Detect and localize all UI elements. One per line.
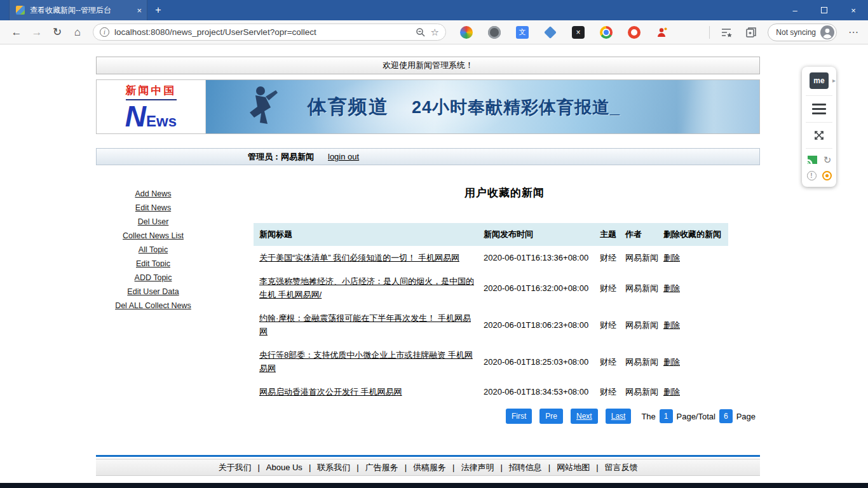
collections-icon[interactable] [743, 24, 759, 41]
welcome-text: 欢迎使用新闻管理系统！ [383, 60, 473, 71]
logo-text-cn: 新闻中国 [126, 83, 177, 100]
table-header-row: 新闻标题 新闻发布时间 主题 作者 删除收藏的新闻 [254, 223, 728, 246]
footer-link-contact[interactable]: 联系我们 [317, 462, 350, 473]
news-author: 网易新闻 [620, 246, 658, 269]
new-tab-button[interactable]: + [147, 0, 169, 20]
clock-extension-icon[interactable] [488, 26, 501, 39]
info-icon[interactable]: ! [807, 171, 817, 180]
footer-separator: | [405, 463, 407, 472]
page-container: 欢迎使用新闻管理系统！ 新闻中国 N Ews 体 [96, 44, 760, 476]
address-bar[interactable]: i localhost:8080/news_project/UserServle… [93, 24, 446, 41]
more-menu-icon[interactable]: ⋯ [845, 24, 862, 41]
footer-link-ads[interactable]: 广告服务 [365, 462, 398, 473]
pagination-next-button[interactable]: Next [571, 409, 598, 424]
sidebar-item-all-topic[interactable]: All Topic [139, 245, 168, 255]
sidebar-item-add-topic[interactable]: ADD Topic [135, 273, 172, 283]
menu-icon[interactable] [812, 102, 826, 116]
me-extension-button[interactable]: me [810, 72, 829, 89]
total-pages-badge: 6 [719, 409, 733, 423]
eye-icon[interactable] [822, 171, 832, 180]
forward-icon[interactable]: → [27, 23, 47, 42]
maximize-icon [821, 7, 827, 13]
panel-icon-row: ↻ [807, 155, 832, 165]
table-row: 央行等8部委：支持优质中小微企业上市或挂牌融资 手机网易网 2020-06-01… [254, 343, 728, 380]
news-author: 网易新闻 [620, 306, 658, 343]
minimize-button[interactable]: – [780, 0, 810, 20]
toolbar-separator [709, 26, 710, 39]
pagination-pre-button[interactable]: Pre [539, 409, 563, 424]
news-topic: 财经 [594, 246, 620, 269]
browser-tab[interactable]: 查看收藏新闻--管理后台 × [9, 0, 147, 20]
footer-link-sitemap[interactable]: 网站地图 [557, 462, 590, 473]
site-logo: 新闻中国 N Ews [97, 80, 206, 133]
sidebar-item-edit-user-data[interactable]: Edit User Data [127, 287, 179, 297]
url-text[interactable]: localhost:8080/news_project/UserServlet?… [114, 27, 410, 37]
tab-favicon [16, 6, 25, 15]
refresh-icon[interactable]: ↻ [47, 23, 67, 42]
footer-link-jobs[interactable]: 招聘信息 [509, 462, 542, 473]
news-title-link[interactable]: 央行等8部委：支持优质中小微企业上市或挂牌融资 手机网易网 [259, 350, 473, 373]
collapse-arrow-icon[interactable]: ▸ [832, 77, 836, 84]
news-author: 网易新闻 [620, 269, 658, 306]
back-icon[interactable]: ← [6, 23, 27, 42]
news-time: 2020-06-01T18:25:03+08:00 [478, 343, 594, 380]
athlete-silhouette-image [224, 83, 300, 133]
reading-list-icon[interactable] [718, 24, 735, 41]
tab-close-icon[interactable]: × [137, 6, 142, 15]
kite-extension-icon[interactable] [544, 26, 557, 39]
refresh-small-icon[interactable]: ↻ [824, 155, 832, 165]
sidebar-item-edit-topic[interactable]: Edit Topic [136, 259, 170, 269]
sidebar-item-add-news[interactable]: Add News [135, 189, 172, 199]
pagination-summary: The 1 Page/Total 6 Page [641, 409, 756, 423]
news-title-link[interactable]: 约翰·摩根：金融震荡很可能在下半年再次发生！ 手机网易网 [259, 313, 471, 336]
translate-extension-icon[interactable]: 文 [516, 26, 529, 39]
sidebar-item-collect-news-list[interactable]: Collect News List [123, 231, 184, 241]
news-title-link[interactable]: 李克强称赞地摊经济、小店经济：是人间的烟火，是中国的生机 手机网易网/ [259, 276, 474, 299]
site-info-icon[interactable]: i [100, 27, 109, 37]
footer-link-feedback[interactable]: 留言反馈 [605, 462, 638, 473]
panel-divider [806, 122, 832, 123]
extension-side-panel: me ▸ ↻ ! [802, 67, 836, 187]
resize-arrows-icon[interactable] [813, 129, 825, 142]
person-extension-icon[interactable] [656, 26, 668, 39]
sidebar-menu: Add News Edit News Del User Collect News… [96, 178, 210, 311]
chrome-extension-icon[interactable] [600, 26, 613, 39]
delete-link[interactable]: 删除 [663, 387, 680, 396]
panel-divider [806, 148, 832, 149]
footer-link-about-en[interactable]: Aboue Us [266, 463, 302, 472]
delete-link[interactable]: 删除 [663, 357, 680, 367]
footer-separator: | [309, 463, 311, 472]
footer-link-about-cn[interactable]: 关于我们 [218, 462, 251, 473]
news-title-link[interactable]: 关于美国“实体清单” 我们必须知道的一切！ 手机网易网 [259, 253, 459, 262]
ring-extension-icon[interactable] [628, 26, 641, 39]
delete-link[interactable]: 删除 [663, 253, 680, 262]
maximize-button[interactable] [810, 0, 839, 20]
pagination-suffix: Page [736, 412, 756, 421]
delete-link[interactable]: 删除 [663, 283, 680, 293]
delete-link[interactable]: 删除 [663, 320, 680, 330]
x-extension-icon[interactable]: × [572, 26, 585, 39]
footer-link-legal[interactable]: 法律声明 [461, 462, 494, 473]
colorwheel-extension-icon[interactable] [460, 26, 473, 39]
footer-link-contribute[interactable]: 供稿服务 [413, 462, 446, 473]
close-button[interactable]: × [839, 0, 868, 20]
sidebar-item-del-user[interactable]: Del User [138, 217, 169, 227]
zoom-icon[interactable] [416, 27, 426, 37]
sidebar-item-edit-news[interactable]: Edit News [135, 203, 171, 213]
cast-icon[interactable] [807, 155, 818, 165]
pagination-first-button[interactable]: First [506, 409, 532, 424]
extensions-row: 文 × [460, 26, 668, 39]
news-topic: 财经 [594, 306, 620, 343]
pagination-last-button[interactable]: Last [606, 409, 632, 424]
col-header-delete: 删除收藏的新闻 [658, 223, 728, 246]
news-title-link[interactable]: 网易启动香港首次公开发行 手机网易网 [259, 387, 402, 396]
news-author: 网易新闻 [620, 343, 658, 380]
sync-status-label: Not syncing [776, 28, 816, 37]
profile-button[interactable]: Not syncing [768, 24, 837, 41]
home-icon[interactable]: ⌂ [67, 23, 88, 42]
sidebar-item-del-all-collect-news[interactable]: Del ALL Collect News [115, 301, 191, 311]
favorite-star-icon[interactable]: ☆ [431, 27, 439, 38]
logout-link[interactable]: login out [328, 152, 359, 161]
tab-title: 查看收藏新闻--管理后台 [30, 5, 132, 16]
table-row: 关于美国“实体清单” 我们必须知道的一切！ 手机网易网 2020-06-01T1… [254, 246, 728, 269]
